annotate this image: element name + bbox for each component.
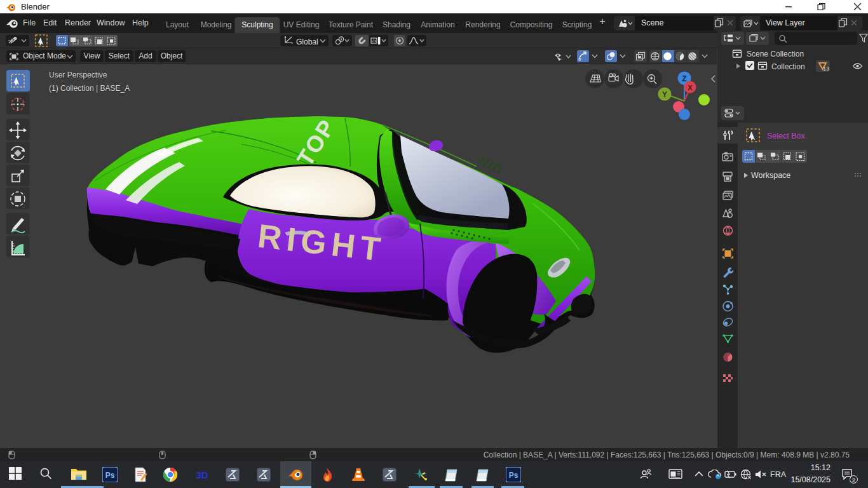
svg-text:Ps: Ps (509, 471, 519, 480)
svg-text:Ps: Ps (105, 471, 115, 480)
svg-text:Z: Z (682, 74, 686, 83)
svg-text:Y: Y (662, 90, 667, 99)
svg-text:X: X (688, 84, 693, 92)
svg-text:3D: 3D (196, 470, 208, 480)
